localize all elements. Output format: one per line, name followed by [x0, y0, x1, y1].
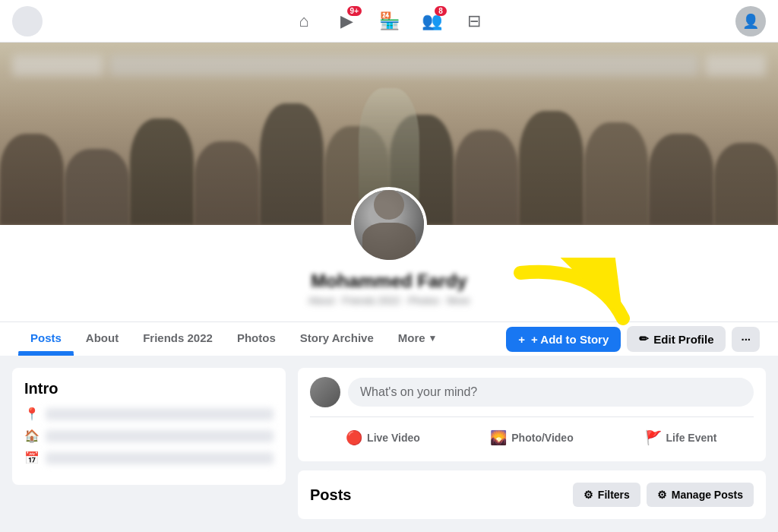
cover-container [0, 43, 778, 225]
video-nav-button[interactable]: ▶ 9+ [328, 3, 365, 40]
facebook-logo [12, 6, 43, 36]
tab-photos[interactable]: Photos [225, 322, 288, 356]
nav-right-area: 👤 [735, 6, 766, 36]
tab-story-archive[interactable]: Story Archive [288, 322, 386, 356]
right-column: What's on your mind? 🔴 Live Video 🌄 Phot… [298, 368, 766, 529]
live-video-icon: 🔴 [346, 429, 362, 446]
create-post-top: What's on your mind? [310, 377, 754, 407]
tab-more[interactable]: More ▼ [386, 322, 450, 356]
intro-text-3 [46, 452, 274, 464]
sliders-icon: ⚙ [584, 489, 593, 501]
intro-text-1 [46, 408, 274, 420]
nav-icon-group: ⌂ ▶ 9+ 🏪 👥 8 ⊟ [286, 3, 492, 40]
create-post-card: What's on your mind? 🔴 Live Video 🌄 Phot… [298, 368, 766, 461]
intro-title: Intro [24, 380, 274, 397]
gaming-nav-button[interactable]: ⊟ [456, 3, 492, 40]
calendar-icon: 📅 [24, 451, 40, 465]
profile-meta: About · Friends 2022 · Photos · More [0, 295, 778, 306]
user-avatar[interactable]: 👤 [735, 6, 766, 36]
top-navigation: ⌂ ▶ 9+ 🏪 👥 8 ⊟ 👤 [0, 0, 778, 43]
intro-item-2: 🏠 [24, 429, 274, 443]
profile-picture[interactable] [351, 187, 427, 263]
photo-video-button[interactable]: 🌄 Photo/Video [459, 423, 605, 452]
gear-icon: ⚙ [657, 489, 667, 501]
more-options-button[interactable]: ··· [732, 327, 760, 352]
pencil-icon: ✏ [639, 332, 649, 346]
intro-item-3: 📅 [24, 451, 274, 465]
edit-profile-wrapper: ✏ Edit Profile [627, 326, 726, 352]
cover-area: Mohammed Fardy About · Friends 2022 · Ph… [0, 43, 778, 356]
marketplace-nav-button[interactable]: 🏪 [371, 3, 407, 40]
intro-text-2 [46, 430, 274, 442]
posts-header-card: Posts ⚙ Filters ⚙ Manage Posts [298, 470, 766, 519]
marketplace-icon: 🏪 [379, 11, 400, 31]
post-input[interactable]: What's on your mind? [348, 378, 754, 407]
profile-picture-container [351, 187, 427, 263]
video-badge: 9+ [347, 6, 362, 16]
nav-logo-area [12, 6, 43, 36]
tabs-bar: Posts About Friends 2022 Photos Story Ar… [0, 321, 778, 356]
live-video-button[interactable]: 🔴 Live Video [310, 423, 456, 452]
post-avatar [310, 377, 340, 407]
intro-item-1: 📍 [24, 407, 274, 421]
posts-section-title: Posts [310, 486, 351, 504]
home-icon: ⌂ [299, 11, 308, 31]
tabs-actions: + + Add to Story ✏ Edit Profile [506, 326, 760, 352]
create-post-actions: 🔴 Live Video 🌄 Photo/Video 🚩 Life Event [310, 416, 754, 452]
main-content: Intro 📍 🏠 📅 What's on your mind? [0, 356, 778, 532]
life-event-icon: 🚩 [645, 429, 662, 446]
groups-nav-button[interactable]: 👥 8 [413, 3, 450, 40]
location-icon: 📍 [24, 407, 40, 421]
profile-name: Mohammed Fardy [0, 271, 778, 292]
posts-actions: ⚙ Filters ⚙ Manage Posts [573, 483, 754, 507]
photo-video-icon: 🌄 [490, 429, 507, 446]
edit-profile-button[interactable]: ✏ Edit Profile [627, 326, 726, 352]
profile-picture-image [354, 190, 424, 260]
manage-posts-button[interactable]: ⚙ Manage Posts [647, 483, 754, 507]
ellipsis-icon: ··· [741, 333, 751, 346]
add-to-story-button[interactable]: + + Add to Story [506, 327, 621, 352]
chevron-down-icon: ▼ [429, 333, 438, 344]
home-nav-button[interactable]: ⌂ [286, 3, 322, 40]
life-event-button[interactable]: 🚩 Life Event [608, 423, 754, 452]
groups-badge: 8 [435, 6, 447, 16]
home-icon: 🏠 [24, 429, 40, 443]
tab-about[interactable]: About [74, 322, 131, 356]
gaming-icon: ⊟ [467, 11, 481, 31]
left-column: Intro 📍 🏠 📅 [12, 368, 286, 529]
intro-card: Intro 📍 🏠 📅 [12, 368, 286, 485]
tab-friends[interactable]: Friends 2022 [131, 322, 225, 356]
plus-icon: + [518, 333, 525, 346]
tab-posts[interactable]: Posts [18, 322, 74, 356]
filters-button[interactable]: ⚙ Filters [573, 483, 640, 507]
tabs-inner: Posts About Friends 2022 Photos Story Ar… [18, 322, 760, 356]
